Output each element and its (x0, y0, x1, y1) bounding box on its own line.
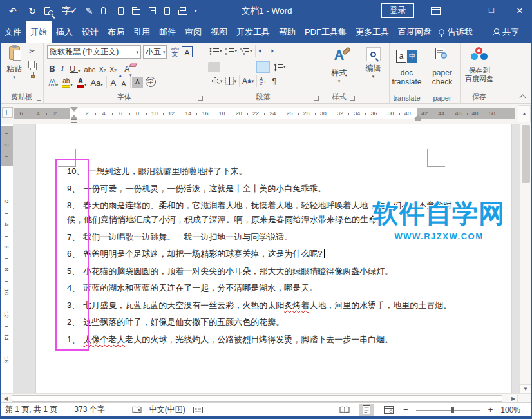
scroll-up-button[interactable]: ▲ (518, 105, 531, 122)
tab-设计[interactable]: 设计 (77, 21, 103, 43)
character-shading-icon[interactable]: A (132, 77, 143, 88)
bullets-button[interactable]: ▾ (208, 46, 223, 57)
align-right-button[interactable] (233, 62, 245, 72)
paper-check-button[interactable]: papercheck (424, 45, 460, 87)
collapse-ribbon-icon[interactable] (520, 93, 526, 99)
quick-print-button[interactable] (178, 7, 186, 15)
edit-button[interactable]: ✎ (86, 6, 93, 16)
tab-更多工具[interactable]: 更多工具 (351, 21, 394, 43)
document-paragraph[interactable]: 10、一想到这儿，眼泪就噼里啪啦地掉了下来。 (67, 164, 496, 179)
tab-引用[interactable]: 引用 (129, 21, 155, 43)
open-button[interactable] (132, 7, 140, 15)
ribbon-display-options-icon[interactable] (431, 7, 441, 15)
tab-视图[interactable]: 视图 (206, 21, 232, 43)
document-page[interactable]: 10、一想到这儿，眼泪就噼里啪啦地掉了下来。9、一份可爱，一份机灵，一份活泼，这… (35, 124, 512, 393)
tab-审阅[interactable]: 审阅 (180, 21, 206, 43)
print-preview-button[interactable] (44, 6, 53, 15)
tab-百度网盘[interactable]: 百度网盘 (394, 21, 436, 43)
text-effects-button[interactable]: A▾ (47, 75, 60, 88)
zoom-in-button[interactable]: + (488, 405, 493, 414)
document-paragraph[interactable]: 2、这些飘落的叶子，好像是仙女撒下的五颜六色的花瓣。 (67, 315, 496, 329)
tab-开发工具[interactable]: 开发工具 (232, 21, 274, 43)
subscript-button[interactable]: x2 (97, 61, 108, 74)
enclose-characters-icon[interactable]: 字 (146, 77, 156, 87)
document-paragraph[interactable]: 4、蓝蓝的湖水和蓝蓝的天连在了一起，分不清哪是湖水，哪是天。 (67, 281, 496, 295)
chevron-down-icon[interactable]: ▾ (235, 48, 238, 54)
font-color-button[interactable]: A▾ (75, 75, 89, 88)
vertical-ruler[interactable]: 2246810121416 (0, 124, 13, 393)
word-count[interactable]: 373 个字 (74, 404, 104, 415)
tell-me-button[interactable]: 告诉我 (439, 21, 473, 43)
distribute-button[interactable] (257, 62, 269, 72)
document-paragraph[interactable]: 5、小花猫的脑袋圆圆的，顶着一对尖尖的小耳朵，那大大的绿眼睛瞪得像两盏小绿灯。 (67, 264, 496, 278)
font-name-combo[interactable]: 微软雅黑 (中文正文)▾ (47, 45, 141, 59)
tab-布局[interactable]: 布局 (103, 21, 129, 43)
sort-button[interactable]: AZ↓ (258, 75, 267, 87)
save-button[interactable] (149, 7, 156, 14)
hanging-indent-marker[interactable] (70, 115, 78, 119)
horizontal-scrollbar[interactable]: ◀ ▶ (0, 393, 532, 402)
document-paragraph[interactable]: 3、七月盛夏，瓦蓝瓦蓝的天空没有一丝云彩，火热的太阳炙烤着大地，河里的水烫手，地… (67, 298, 496, 313)
clipboard-dialog-launcher-icon[interactable] (37, 96, 41, 101)
horizontal-ruler[interactable]: 6422468101214161820222426283032343638404… (14, 108, 515, 119)
chevron-down-icon[interactable]: ▾ (234, 79, 237, 84)
scroll-left-button[interactable]: ◀ (1, 395, 10, 402)
chevron-down-icon[interactable]: ▾ (220, 79, 223, 84)
first-line-indent-marker[interactable] (70, 107, 78, 112)
editing-button[interactable]: 编辑 ▾ (357, 45, 389, 79)
chevron-down-icon[interactable]: ▾ (283, 64, 286, 70)
bold-button[interactable]: B (47, 61, 57, 74)
vertical-scrollbar[interactable]: ▼ (519, 124, 532, 393)
decrease-indent-button[interactable] (257, 46, 270, 56)
tab-插入[interactable]: 插入 (52, 21, 77, 43)
asian-layout-button[interactable]: A✱▾ (241, 75, 255, 87)
horizontal-scrollbar-thumb[interactable] (12, 395, 502, 402)
redo-button[interactable]: ↻ (28, 6, 36, 16)
touch-mode-button[interactable]: ▾ (101, 7, 109, 14)
tab-帮助[interactable]: 帮助 (274, 21, 300, 43)
chevron-down-icon[interactable]: ▾ (134, 50, 138, 55)
page-indicator[interactable]: 第 1 页, 共 1 页 (5, 404, 57, 415)
grow-font-button[interactable]: A▲ (108, 75, 119, 88)
numbering-button[interactable]: ▾ (223, 46, 239, 57)
scroll-down-button[interactable]: ▼ (519, 384, 532, 393)
maximize-button[interactable]: ☐ (486, 6, 497, 15)
paragraph-dialog-launcher-icon[interactable] (314, 96, 319, 101)
phonetic-guide-icon[interactable]: wén文 (171, 46, 179, 57)
save-to-netdisk-button[interactable]: 保存到百度网盘 (461, 45, 498, 83)
chevron-down-icon[interactable]: ▾ (250, 48, 252, 54)
doc-translate-button[interactable]: a中 doctranslate (390, 45, 424, 87)
multilevel-list-button[interactable]: ▾ (238, 46, 254, 57)
format-painter-icon[interactable] (31, 75, 35, 78)
styles-dialog-launcher-icon[interactable] (350, 96, 355, 101)
scroll-right-button[interactable]: ▶ (509, 395, 518, 402)
font-size-combo[interactable]: 小五▾ (143, 45, 167, 59)
font-dialog-launcher-icon[interactable] (198, 96, 203, 101)
tab-开始[interactable]: 开始 (26, 21, 52, 43)
undo-button[interactable]: ↶▾ (9, 6, 20, 16)
borders-button[interactable]: ▾ (224, 75, 238, 87)
strikethrough-button[interactable]: abc (82, 61, 98, 74)
shrink-font-button[interactable]: A▼ (119, 75, 129, 88)
change-case-button[interactable]: Aa▾ (88, 75, 104, 88)
paste-button[interactable]: 粘贴 ▾ (2, 45, 26, 92)
styles-button[interactable]: A 样式 ▾ (321, 45, 357, 84)
italic-button[interactable]: I (57, 61, 68, 74)
login-button[interactable]: 登录 (381, 3, 414, 18)
chevron-down-icon[interactable]: ▾ (220, 48, 222, 54)
chevron-down-icon[interactable]: ▾ (161, 50, 166, 55)
show-hide-marks-button[interactable]: ¶ (271, 75, 277, 87)
shading-button[interactable]: ▾ (209, 75, 224, 87)
cut-icon[interactable]: ✂ (29, 46, 36, 56)
superscript-button[interactable]: x2 (108, 61, 119, 74)
zoom-slider-thumb[interactable] (451, 407, 454, 413)
highlight-button[interactable]: ab▾ (60, 75, 75, 88)
align-left-button[interactable] (208, 62, 220, 72)
character-border-icon[interactable]: A (182, 46, 193, 57)
chevron-down-icon[interactable]: ▾ (252, 79, 254, 84)
align-center-button[interactable] (220, 62, 233, 72)
vertical-scrollbar-thumb[interactable] (522, 125, 530, 183)
line-spacing-button[interactable]: ▾ (272, 62, 287, 73)
spellcheck-button[interactable]: 字✓ (62, 5, 77, 17)
proofing-status-icon[interactable] (132, 406, 142, 414)
